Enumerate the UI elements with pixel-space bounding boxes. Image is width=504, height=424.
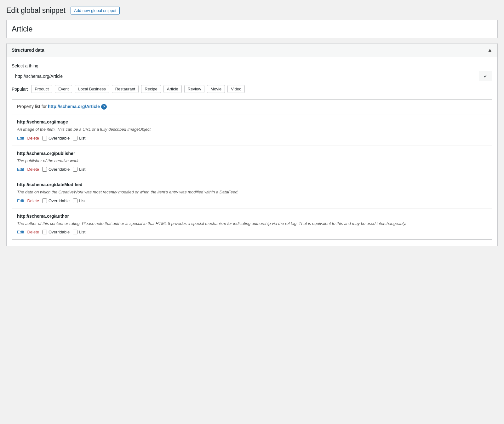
panel-title: Structured data <box>12 48 44 53</box>
property-name: http://schema.org/publisher <box>17 151 487 156</box>
overridable-label: Overridable <box>49 136 70 140</box>
property-name: http://schema.org/dateModified <box>17 182 487 187</box>
panel-body: Select a thing ✓ Popular: ProductEventLo… <box>7 57 497 246</box>
popular-row: Popular: ProductEventLocal BusinessResta… <box>12 85 492 93</box>
property-actions: Edit Delete Overridable List <box>17 230 487 234</box>
popular-tag[interactable]: Recipe <box>141 85 161 93</box>
delete-link[interactable]: Delete <box>27 230 39 234</box>
panel-header: Structured data ▲ <box>7 43 497 57</box>
edit-link[interactable]: Edit <box>17 230 24 234</box>
property-description: An image of the item. This can be a URL … <box>17 126 487 133</box>
property-item: http://schema.org/image An image of the … <box>12 114 492 146</box>
popular-tags: ProductEventLocal BusinessRestaurantReci… <box>31 85 245 93</box>
overridable-label: Overridable <box>49 167 70 172</box>
overridable-group: Overridable <box>42 167 70 172</box>
schema-input-row: ✓ <box>12 71 492 81</box>
property-description: The date on which the CreativeWork was m… <box>17 189 487 195</box>
add-new-snippet-button[interactable]: Add new global snippet <box>71 7 120 14</box>
overridable-checkbox[interactable] <box>42 136 47 140</box>
property-description: The author of this content or rating. Pl… <box>17 221 487 227</box>
overridable-group: Overridable <box>42 136 70 140</box>
list-checkbox[interactable] <box>73 198 77 203</box>
list-group: List <box>73 198 85 203</box>
property-actions: Edit Delete Overridable List <box>17 198 487 203</box>
property-list-box: Property list for http://schema.org/Arti… <box>12 99 492 240</box>
overridable-group: Overridable <box>42 198 70 203</box>
overridable-label: Overridable <box>49 198 70 203</box>
collapse-icon[interactable]: ▲ <box>487 47 492 53</box>
list-checkbox[interactable] <box>73 136 77 140</box>
edit-link[interactable]: Edit <box>17 167 24 172</box>
popular-label: Popular: <box>12 87 28 92</box>
property-name: http://schema.org/author <box>17 214 487 219</box>
list-group: List <box>73 167 85 172</box>
property-list-schema-link[interactable]: http://schema.org/Article <box>48 104 100 109</box>
overridable-checkbox[interactable] <box>42 230 47 234</box>
popular-tag[interactable]: Review <box>184 85 205 93</box>
property-item: http://schema.org/author The author of t… <box>12 209 492 240</box>
overridable-checkbox[interactable] <box>42 198 47 203</box>
delete-link[interactable]: Delete <box>27 167 39 172</box>
list-checkbox[interactable] <box>73 167 77 172</box>
schema-input[interactable] <box>12 71 479 81</box>
property-item: http://schema.org/dateModified The date … <box>12 177 492 209</box>
list-label: List <box>79 198 85 203</box>
popular-tag[interactable]: Event <box>55 85 72 93</box>
snippet-name: Article <box>6 20 498 38</box>
list-label: List <box>79 136 85 140</box>
list-label: List <box>79 230 85 234</box>
popular-tag[interactable]: Article <box>163 85 182 93</box>
property-actions: Edit Delete Overridable List <box>17 167 487 172</box>
popular-tag[interactable]: Local Business <box>75 85 109 93</box>
page-header: Edit global snippet Add new global snipp… <box>6 6 498 15</box>
delete-link[interactable]: Delete <box>27 198 39 203</box>
popular-tag[interactable]: Product <box>31 85 52 93</box>
delete-link[interactable]: Delete <box>27 136 39 140</box>
property-list-header: Property list for http://schema.org/Arti… <box>12 100 492 114</box>
property-name: http://schema.org/image <box>17 119 487 124</box>
help-icon[interactable]: ? <box>101 104 107 110</box>
property-list-prefix: Property list for <box>17 104 48 109</box>
schema-confirm-button[interactable]: ✓ <box>479 71 492 81</box>
property-item: http://schema.org/publisher The publishe… <box>12 146 492 177</box>
property-actions: Edit Delete Overridable List <box>17 136 487 140</box>
list-checkbox[interactable] <box>73 230 77 234</box>
properties-container: http://schema.org/image An image of the … <box>12 114 492 239</box>
select-thing-label: Select a thing <box>12 63 492 68</box>
overridable-label: Overridable <box>49 230 70 234</box>
overridable-checkbox[interactable] <box>42 167 47 172</box>
popular-tag[interactable]: Restaurant <box>112 85 139 93</box>
list-group: List <box>73 230 85 234</box>
popular-tag[interactable]: Movie <box>207 85 225 93</box>
list-label: List <box>79 167 85 172</box>
page-title: Edit global snippet <box>6 6 66 15</box>
popular-tag[interactable]: Video <box>227 85 245 93</box>
structured-data-panel: Structured data ▲ Select a thing ✓ Popul… <box>6 43 498 246</box>
edit-link[interactable]: Edit <box>17 198 24 203</box>
overridable-group: Overridable <box>42 230 70 234</box>
edit-link[interactable]: Edit <box>17 136 24 140</box>
property-description: The publisher of the creative work. <box>17 158 487 164</box>
list-group: List <box>73 136 85 140</box>
